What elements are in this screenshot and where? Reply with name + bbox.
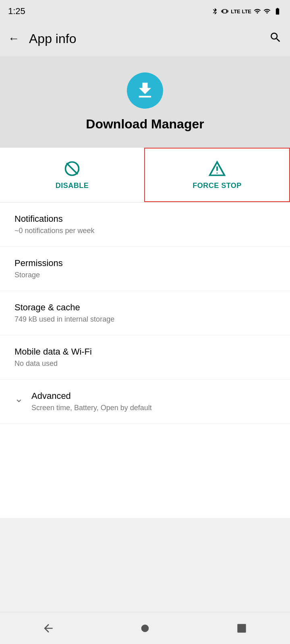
mobile-data-item[interactable]: Mobile data & Wi-Fi No data used — [0, 335, 290, 380]
storage-title: Storage & cache — [14, 302, 114, 313]
nav-home-button[interactable] — [132, 615, 158, 641]
chevron-down-icon: ⌄ — [14, 392, 23, 405]
permissions-item[interactable]: Permissions Storage — [0, 247, 290, 291]
app-name: Download Manager — [86, 117, 204, 132]
app-icon — [127, 72, 163, 109]
notifications-content: Notifications ~0 notifications per week — [14, 214, 95, 235]
mobile-data-subtitle: No data used — [14, 359, 92, 368]
advanced-item[interactable]: ⌄ Advanced Screen time, Battery, Open by… — [0, 380, 290, 424]
search-button[interactable] — [269, 31, 282, 47]
storage-subtitle: 749 kB used in internal storage — [14, 315, 114, 324]
settings-list: Notifications ~0 notifications per week … — [0, 202, 290, 518]
header-left: ← App info — [8, 31, 76, 46]
nav-bar — [0, 612, 290, 644]
nav-recents-button[interactable] — [229, 615, 255, 641]
disable-button[interactable]: DISABLE — [0, 148, 144, 202]
mobile-data-title: Mobile data & Wi-Fi — [14, 347, 92, 357]
mobile-data-content: Mobile data & Wi-Fi No data used — [14, 347, 92, 368]
spacer — [0, 518, 290, 612]
advanced-title: Advanced — [31, 391, 152, 401]
back-button[interactable]: ← — [8, 32, 19, 45]
storage-item[interactable]: Storage & cache 749 kB used in internal … — [0, 291, 290, 335]
force-stop-label: FORCE STOP — [193, 182, 242, 190]
status-icons: LTE LTE — [211, 7, 282, 15]
nav-back-button[interactable] — [35, 615, 61, 641]
lte-icon: LTE LTE — [231, 8, 251, 14]
app-icon-section: Download Manager — [0, 56, 290, 148]
download-icon — [135, 80, 155, 101]
nav-home-icon — [139, 622, 151, 635]
force-stop-icon — [208, 160, 226, 178]
battery-icon — [273, 7, 282, 15]
advanced-subtitle: Screen time, Battery, Open by default — [31, 404, 152, 412]
page-title: App info — [29, 31, 76, 46]
action-buttons: DISABLE FORCE STOP — [0, 148, 290, 202]
bluetooth-icon — [211, 7, 219, 15]
notifications-title: Notifications — [14, 214, 95, 224]
signal2-icon — [263, 7, 271, 15]
status-bar: 1:25 LTE LTE — [0, 0, 290, 21]
advanced-content: Advanced Screen time, Battery, Open by d… — [31, 391, 152, 412]
notifications-subtitle: ~0 notifications per week — [14, 227, 95, 235]
force-stop-button[interactable]: FORCE STOP — [144, 148, 290, 202]
vibrate-icon — [221, 7, 228, 15]
nav-recents-icon — [235, 622, 248, 635]
disable-label: DISABLE — [56, 182, 89, 190]
svg-point-5 — [141, 624, 149, 632]
permissions-title: Permissions — [14, 258, 63, 268]
status-time: 1:25 — [8, 6, 25, 17]
storage-content: Storage & cache 749 kB used in internal … — [14, 302, 114, 324]
svg-rect-6 — [237, 624, 246, 632]
permissions-content: Permissions Storage — [14, 258, 63, 279]
nav-back-icon — [42, 622, 55, 635]
disable-icon — [63, 160, 81, 178]
permissions-subtitle: Storage — [14, 271, 63, 279]
signal1-icon — [254, 7, 261, 15]
svg-point-4 — [217, 173, 218, 174]
svg-line-1 — [66, 163, 78, 174]
notifications-item[interactable]: Notifications ~0 notifications per week — [0, 202, 290, 247]
app-bar: ← App info — [0, 21, 290, 56]
